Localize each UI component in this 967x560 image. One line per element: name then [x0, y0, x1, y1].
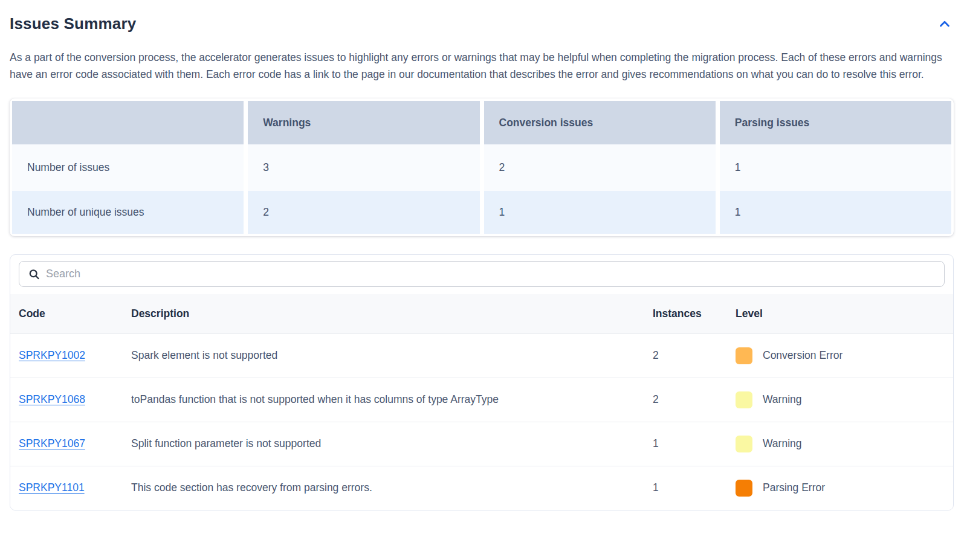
issues-table: Code Description Instances Level SPRKPY1… — [10, 294, 953, 510]
column-header-instances: Instances — [644, 294, 727, 333]
summary-header-conversion-issues: Conversion issues — [484, 101, 716, 144]
level-color-swatch — [736, 480, 752, 497]
level-label: Warning — [763, 393, 802, 406]
summary-header-warnings: Warnings — [248, 101, 479, 144]
summary-table: Warnings Conversion issues Parsing issue… — [12, 101, 951, 234]
issue-description: Split function parameter is not supporte… — [123, 422, 644, 466]
table-row: SPRKPY1068 toPandas function that is not… — [10, 378, 953, 422]
issue-level: Warning — [736, 391, 953, 408]
issues-summary-header: Issues Summary — [10, 14, 954, 33]
level-color-swatch — [736, 347, 752, 364]
search-input[interactable] — [19, 262, 944, 286]
summary-value: 1 — [484, 191, 716, 234]
summary-row-label: Number of unique issues — [12, 191, 244, 234]
issue-level: Conversion Error — [736, 347, 953, 364]
level-color-swatch — [736, 391, 752, 408]
table-row: SPRKPY1101 This code section has recover… — [10, 466, 953, 510]
issue-instances: 2 — [644, 333, 727, 378]
issue-instances: 2 — [644, 378, 727, 422]
collapse-section-button[interactable] — [936, 15, 954, 33]
column-header-level: Level — [727, 294, 953, 333]
summary-table-card: Warnings Conversion issues Parsing issue… — [10, 98, 954, 236]
level-label: Conversion Error — [763, 349, 842, 362]
issues-table-header-row: Code Description Instances Level — [10, 294, 953, 333]
issue-code-link[interactable]: SPRKPY1101 — [19, 481, 85, 494]
issue-code-link[interactable]: SPRKPY1067 — [19, 437, 85, 449]
summary-value: 1 — [720, 144, 951, 191]
table-row: SPRKPY1067 Split function parameter is n… — [10, 422, 953, 466]
level-label: Parsing Error — [763, 481, 825, 494]
chevron-up-icon — [938, 24, 951, 33]
summary-value: 2 — [484, 144, 716, 191]
search-bar-container — [10, 255, 953, 294]
issues-list-card: Code Description Instances Level SPRKPY1… — [10, 254, 954, 510]
issue-code-link[interactable]: SPRKPY1068 — [19, 393, 85, 405]
intro-paragraph: As a part of the conversion process, the… — [10, 49, 943, 83]
issue-code-link[interactable]: SPRKPY1002 — [19, 349, 85, 361]
issue-description: toPandas function that is not supported … — [123, 378, 644, 422]
issue-level: Warning — [736, 436, 953, 452]
issue-level: Parsing Error — [736, 480, 953, 497]
summary-value: 2 — [248, 191, 479, 234]
level-label: Warning — [763, 437, 802, 450]
summary-row-label: Number of issues — [12, 144, 244, 191]
summary-value: 1 — [720, 191, 951, 234]
column-header-description: Description — [123, 294, 644, 333]
search-box[interactable] — [19, 261, 945, 287]
issue-description: Spark element is not supported — [123, 333, 644, 378]
level-color-swatch — [736, 436, 752, 452]
summary-value: 3 — [248, 144, 479, 191]
summary-header-empty — [12, 101, 244, 144]
issue-description: This code section has recovery from pars… — [123, 466, 644, 510]
issue-instances: 1 — [644, 466, 727, 510]
summary-header-parsing-issues: Parsing issues — [720, 101, 951, 144]
page-title: Issues Summary — [10, 14, 136, 33]
table-row: SPRKPY1002 Spark element is not supporte… — [10, 333, 953, 378]
issue-instances: 1 — [644, 422, 727, 466]
column-header-code: Code — [10, 294, 123, 333]
